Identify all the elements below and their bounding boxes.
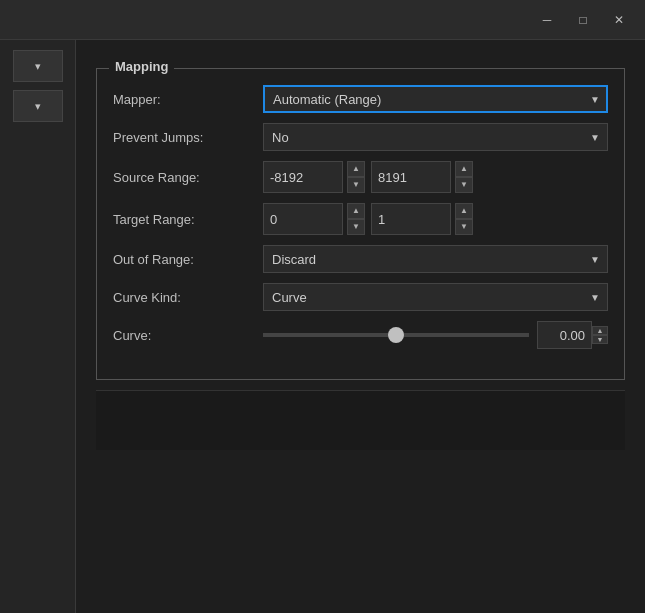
curve-kind-select[interactable]: CurveLinearS-Curve [263, 283, 608, 311]
titlebar: ─ □ ✕ [0, 0, 645, 40]
bottom-area [96, 390, 625, 450]
out-of-range-row: Out of Range: DiscardClampWrap ▼ [113, 245, 608, 273]
curve-control: ▲ ▼ [263, 321, 608, 349]
curve-value-group: ▲ ▼ [537, 321, 608, 349]
out-of-range-dropdown-wrapper: DiscardClampWrap ▼ [263, 245, 608, 273]
maximize-button[interactable]: □ [565, 5, 601, 35]
out-of-range-control: DiscardClampWrap ▼ [263, 245, 608, 273]
mapper-label: Mapper: [113, 92, 263, 107]
sidebar-btn-2[interactable]: ▾ [13, 90, 63, 122]
source-range-max-up[interactable]: ▲ [455, 161, 473, 177]
close-button[interactable]: ✕ [601, 5, 637, 35]
source-range-max-input[interactable] [371, 161, 451, 193]
minimize-button[interactable]: ─ [529, 5, 565, 35]
group-title: Mapping [109, 59, 174, 74]
content-area: Mapping Mapper: Automatic (Range)LinearL… [76, 40, 645, 613]
source-range-dual: ▲ ▼ ▲ ▼ [263, 161, 608, 193]
target-range-max-spinners: ▲ ▼ [455, 203, 473, 235]
curve-spin-down[interactable]: ▼ [592, 335, 608, 344]
curve-kind-label: Curve Kind: [113, 290, 263, 305]
source-range-min-spinners: ▲ ▼ [347, 161, 365, 193]
mapper-dropdown-wrapper: Automatic (Range)LinearLogarithmic ▼ [263, 85, 608, 113]
mapping-group: Mapping Mapper: Automatic (Range)LinearL… [96, 68, 625, 380]
target-range-row: Target Range: ▲ ▼ [113, 203, 608, 235]
target-range-label: Target Range: [113, 212, 263, 227]
curve-value-input[interactable] [537, 321, 592, 349]
source-range-min-up[interactable]: ▲ [347, 161, 365, 177]
curve-spin-up[interactable]: ▲ [592, 326, 608, 335]
target-range-control: ▲ ▼ ▲ ▼ [263, 203, 608, 235]
curve-kind-dropdown-wrapper: CurveLinearS-Curve ▼ [263, 283, 608, 311]
prevent-jumps-dropdown-wrapper: NoYes ▼ [263, 123, 608, 151]
curve-slider[interactable] [263, 333, 529, 337]
prevent-jumps-row: Prevent Jumps: NoYes ▼ [113, 123, 608, 151]
out-of-range-select[interactable]: DiscardClampWrap [263, 245, 608, 273]
source-range-row: Source Range: ▲ ▼ [113, 161, 608, 193]
target-range-dual: ▲ ▼ ▲ ▼ [263, 203, 608, 235]
prevent-jumps-select[interactable]: NoYes [263, 123, 608, 151]
prevent-jumps-control: NoYes ▼ [263, 123, 608, 151]
sidebar: ▾ ▾ [0, 40, 76, 613]
mapper-row: Mapper: Automatic (Range)LinearLogarithm… [113, 85, 608, 113]
target-range-min-input[interactable] [263, 203, 343, 235]
curve-spin-buttons: ▲ ▼ [592, 326, 608, 344]
source-range-min-down[interactable]: ▼ [347, 177, 365, 193]
target-range-max-down[interactable]: ▼ [455, 219, 473, 235]
out-of-range-label: Out of Range: [113, 252, 263, 267]
curve-slider-row: ▲ ▼ [263, 321, 608, 349]
main-layout: ▾ ▾ Mapping Mapper: Automatic (Range)Lin… [0, 40, 645, 613]
source-range-min-input[interactable] [263, 161, 343, 193]
target-range-max-group: ▲ ▼ [371, 203, 473, 235]
target-range-min-down[interactable]: ▼ [347, 219, 365, 235]
source-range-max-spinners: ▲ ▼ [455, 161, 473, 193]
curve-kind-control: CurveLinearS-Curve ▼ [263, 283, 608, 311]
target-range-max-up[interactable]: ▲ [455, 203, 473, 219]
source-range-max-down[interactable]: ▼ [455, 177, 473, 193]
curve-kind-row: Curve Kind: CurveLinearS-Curve ▼ [113, 283, 608, 311]
source-range-label: Source Range: [113, 170, 263, 185]
sidebar-btn-1[interactable]: ▾ [13, 50, 63, 82]
source-range-min-group: ▲ ▼ [263, 161, 365, 193]
target-range-min-spinners: ▲ ▼ [347, 203, 365, 235]
curve-row: Curve: ▲ ▼ [113, 321, 608, 349]
source-range-control: ▲ ▼ ▲ ▼ [263, 161, 608, 193]
target-range-max-input[interactable] [371, 203, 451, 235]
mapper-control: Automatic (Range)LinearLogarithmic ▼ [263, 85, 608, 113]
target-range-min-group: ▲ ▼ [263, 203, 365, 235]
curve-label: Curve: [113, 328, 263, 343]
source-range-max-group: ▲ ▼ [371, 161, 473, 193]
prevent-jumps-label: Prevent Jumps: [113, 130, 263, 145]
target-range-min-up[interactable]: ▲ [347, 203, 365, 219]
mapper-select[interactable]: Automatic (Range)LinearLogarithmic [263, 85, 608, 113]
